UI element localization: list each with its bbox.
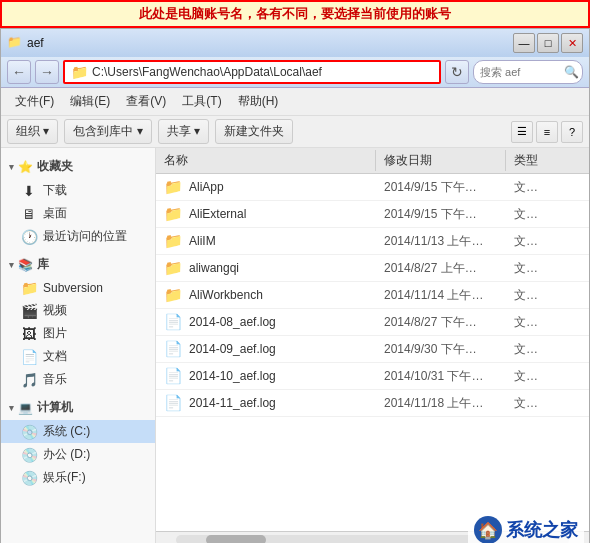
sidebar-item-娱乐(F:)[interactable]: 💿娱乐(F:) (1, 466, 155, 489)
refresh-button[interactable]: ↻ (445, 60, 469, 84)
menu-item[interactable]: 编辑(E) (62, 90, 118, 113)
sidebar-item-系统 (C:)[interactable]: 💿系统 (C:) (1, 420, 155, 443)
file-date-cell: 2014/10/31 下午… (376, 366, 506, 387)
sidebar-item-label: 娱乐(F:) (43, 469, 86, 486)
file-date-cell: 2014/11/18 上午… (376, 393, 506, 414)
main-area: ▾⭐收藏夹⬇下载🖥桌面🕐最近访问的位置▾📚库📁Subversion🎬视频🖼图片📄… (1, 148, 589, 543)
minimize-button[interactable]: — (513, 33, 535, 53)
file-type-cell: 文… (506, 393, 566, 414)
maximize-button[interactable]: □ (537, 33, 559, 53)
help-button[interactable]: ? (561, 121, 583, 143)
toolbar: 组织 ▾包含到库中 ▾共享 ▾新建文件夹 ☰ ≡ ? (1, 116, 589, 148)
folder-icon: 📁 (164, 178, 183, 196)
table-row[interactable]: 📄2014-10_aef.log2014/10/31 下午…文… (156, 363, 589, 390)
sidebar-item-桌面[interactable]: 🖥桌面 (1, 202, 155, 225)
table-row[interactable]: 📄2014-09_aef.log2014/9/30 下午…文… (156, 336, 589, 363)
sidebar-item-label: 下载 (43, 182, 67, 199)
toolbar-button[interactable]: 组织 ▾ (7, 119, 58, 144)
menu-item[interactable]: 文件(F) (7, 90, 62, 113)
file-type-cell: 文… (506, 285, 566, 306)
forward-button[interactable]: → (35, 60, 59, 84)
table-row[interactable]: 📄2014-08_aef.log2014/8/27 下午…文… (156, 309, 589, 336)
title-controls: — □ ✕ (513, 33, 583, 53)
file-date-cell: 2014/8/27 上午… (376, 258, 506, 279)
section-icon: ⭐ (18, 160, 33, 174)
back-button[interactable]: ← (7, 60, 31, 84)
window: 📁 aef — □ ✕ ← → 📁 C:\Users\FangWenchao\A… (0, 28, 590, 543)
close-button[interactable]: ✕ (561, 33, 583, 53)
address-box[interactable]: 📁 C:\Users\FangWenchao\AppData\Local\aef (63, 60, 441, 84)
file-type-cell: 文… (506, 339, 566, 360)
sidebar-item-文档[interactable]: 📄文档 (1, 345, 155, 368)
toolbar-button[interactable]: 共享 ▾ (158, 119, 209, 144)
table-row[interactable]: 📁aliwangqi2014/8/27 上午…文… (156, 255, 589, 282)
file-type-cell: 文… (506, 177, 566, 198)
file-name-cell: 📁AliIM (156, 230, 376, 252)
sidebar-item-音乐[interactable]: 🎵音乐 (1, 368, 155, 391)
view-button-1[interactable]: ☰ (511, 121, 533, 143)
search-box[interactable]: 🔍 (473, 60, 583, 84)
h-scroll-thumb[interactable] (206, 535, 266, 544)
folder-icon: 📁 (164, 232, 183, 250)
file-name-cell: 📄2014-09_aef.log (156, 338, 376, 360)
table-row[interactable]: 📁AliWorkbench2014/11/14 上午…文… (156, 282, 589, 309)
view-icons: ☰ ≡ ? (511, 121, 583, 143)
file-name-cell: 📁AliWorkbench (156, 284, 376, 306)
menu-item[interactable]: 帮助(H) (230, 90, 287, 113)
menu-item[interactable]: 查看(V) (118, 90, 174, 113)
file-name-cell: 📄2014-11_aef.log (156, 392, 376, 414)
file-name: 2014-08_aef.log (189, 315, 276, 329)
address-path: C:\Users\FangWenchao\AppData\Local\aef (92, 65, 322, 79)
sidebar-item-视频[interactable]: 🎬视频 (1, 299, 155, 322)
file-list-header: 名称 修改日期 类型 (156, 148, 589, 174)
sidebar-item-icon: 🎵 (21, 372, 37, 388)
sidebar-section-header-favorites[interactable]: ▾⭐收藏夹 (1, 154, 155, 179)
table-row[interactable]: 📁AliExternal2014/9/15 下午…文… (156, 201, 589, 228)
sidebar-item-label: 系统 (C:) (43, 423, 90, 440)
chevron-down-icon: ▾ (9, 260, 14, 270)
file-icon: 📄 (164, 340, 183, 358)
column-type[interactable]: 类型 (506, 150, 566, 171)
sidebar-item-icon: 🖥 (21, 206, 37, 222)
sidebar-item-图片[interactable]: 🖼图片 (1, 322, 155, 345)
file-type-cell: 文… (506, 258, 566, 279)
file-name: aliwangqi (189, 261, 239, 275)
view-button-2[interactable]: ≡ (536, 121, 558, 143)
toolbar-button[interactable]: 新建文件夹 (215, 119, 293, 144)
table-row[interactable]: 📁AliIM2014/11/13 上午…文… (156, 228, 589, 255)
section-icon: 📚 (18, 258, 33, 272)
file-date-cell: 2014/9/15 下午… (376, 204, 506, 225)
watermark-logo: 🏠 系统之家 (468, 514, 584, 543)
file-type-cell: 文… (506, 204, 566, 225)
sidebar-section-header-library[interactable]: ▾📚库 (1, 252, 155, 277)
file-date-cell: 2014/9/30 下午… (376, 339, 506, 360)
sidebar-item-icon: 🖼 (21, 326, 37, 342)
sidebar-section-header-computer[interactable]: ▾💻计算机 (1, 395, 155, 420)
sidebar-item-下载[interactable]: ⬇下载 (1, 179, 155, 202)
file-name-cell: 📄2014-08_aef.log (156, 311, 376, 333)
section-label: 库 (37, 256, 49, 273)
sidebar-item-label: 图片 (43, 325, 67, 342)
column-date[interactable]: 修改日期 (376, 150, 506, 171)
sidebar-item-icon: 💿 (21, 470, 37, 486)
column-name[interactable]: 名称 (156, 150, 376, 171)
sidebar-item-label: 文档 (43, 348, 67, 365)
menu-item[interactable]: 工具(T) (174, 90, 229, 113)
search-input[interactable] (480, 66, 560, 78)
window-icon: 📁 (7, 35, 23, 51)
sidebar-item-Subversion[interactable]: 📁Subversion (1, 277, 155, 299)
sidebar-section-computer: ▾💻计算机💿系统 (C:)💿办公 (D:)💿娱乐(F:) (1, 395, 155, 489)
sidebar-item-办公 (D:)[interactable]: 💿办公 (D:) (1, 443, 155, 466)
sidebar-item-最近访问的位置[interactable]: 🕐最近访问的位置 (1, 225, 155, 248)
table-row[interactable]: 📄2014-11_aef.log2014/11/18 上午…文… (156, 390, 589, 417)
search-icon: 🔍 (564, 65, 579, 79)
folder-icon: 📁 (164, 286, 183, 304)
section-icon: 💻 (18, 401, 33, 415)
toolbar-button[interactable]: 包含到库中 ▾ (64, 119, 151, 144)
sidebar-item-icon: 🎬 (21, 303, 37, 319)
sidebar-item-label: 视频 (43, 302, 67, 319)
file-type-cell: 文… (506, 366, 566, 387)
annotation-bar: 此处是电脑账号名，各有不同，要选择当前使用的账号 (0, 0, 590, 28)
sidebar-section-library: ▾📚库📁Subversion🎬视频🖼图片📄文档🎵音乐 (1, 252, 155, 391)
table-row[interactable]: 📁AliApp2014/9/15 下午…文… (156, 174, 589, 201)
